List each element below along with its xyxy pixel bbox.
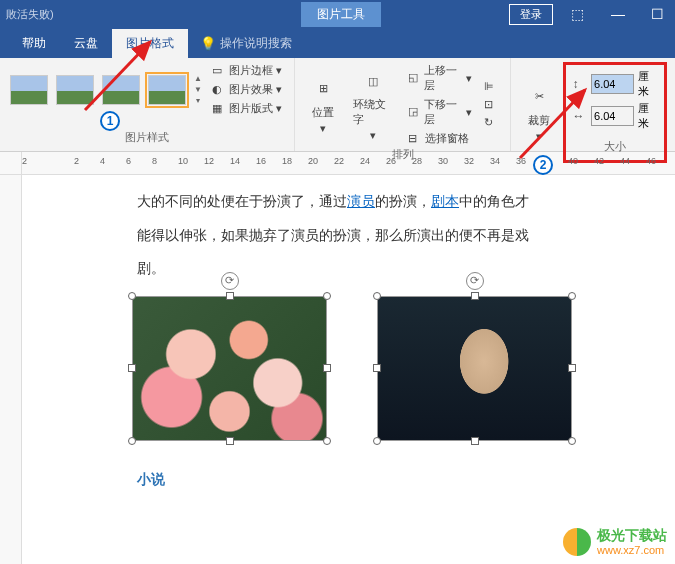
ruler-vertical[interactable] — [0, 175, 22, 564]
resize-handle[interactable] — [226, 292, 234, 300]
border-icon: ▭ — [212, 64, 226, 78]
position-button[interactable]: ⊞ 位置▾ — [303, 73, 343, 137]
resize-handle[interactable] — [568, 437, 576, 445]
rotate-icon: ↻ — [484, 116, 498, 130]
ribbon-tabs: 帮助 云盘 图片格式 💡 操作说明搜索 — [0, 28, 675, 58]
bring-forward-icon: ◱ — [408, 71, 421, 85]
picture-effects-button[interactable]: ◐图片效果▾ — [208, 81, 286, 98]
title-status: 敗活失败) — [2, 7, 54, 22]
width-input[interactable]: 6.04 — [591, 106, 634, 126]
send-backward-button[interactable]: ◲下移一层▾ — [404, 96, 476, 128]
effects-icon: ◐ — [212, 83, 226, 97]
resize-handle[interactable] — [568, 292, 576, 300]
login-button[interactable]: 登录 — [509, 4, 553, 25]
maximize-icon[interactable]: ☐ — [643, 2, 673, 26]
annotation-badge-2: 2 — [533, 155, 553, 175]
rotate-handle-icon[interactable]: ⟳ — [466, 272, 484, 290]
ruler-horizontal[interactable]: 2246810121416182022242628303234364042444… — [22, 152, 675, 174]
picture-layout-button[interactable]: ▦图片版式▾ — [208, 100, 286, 117]
tab-picture-format[interactable]: 图片格式 — [112, 29, 188, 58]
resize-handle[interactable] — [128, 364, 136, 372]
size-inputs-highlight: ↕ 6.04 厘米 ↔ 6.04 厘米 大小 — [563, 62, 667, 163]
ribbon-display-icon[interactable]: ⬚ — [563, 2, 593, 26]
width-icon: ↔ — [572, 109, 587, 123]
align-icon: ⊫ — [484, 80, 498, 94]
picture-tools-contextual-tab[interactable]: 图片工具 — [301, 2, 381, 27]
image-roses — [132, 296, 327, 441]
section-heading-novel[interactable]: 小说 — [137, 471, 655, 489]
height-input[interactable]: 6.04 — [591, 74, 634, 94]
height-icon: ↕ — [572, 77, 587, 91]
selection-pane-button[interactable]: ⊟选择窗格 — [404, 130, 476, 147]
watermark-logo-icon — [563, 528, 591, 556]
title-bar: 敗活失败) 图片工具 登录 ⬚ — ☐ — [0, 0, 675, 28]
picture-style-3[interactable] — [102, 75, 140, 105]
send-backward-icon: ◲ — [408, 105, 421, 119]
wrap-text-button[interactable]: ◫ 环绕文字▾ — [347, 65, 400, 144]
link-actor[interactable]: 演员 — [347, 193, 375, 209]
styles-gallery-more[interactable]: ▲▼▾ — [192, 74, 204, 106]
resize-handle[interactable] — [226, 437, 234, 445]
picture-style-2[interactable] — [56, 75, 94, 105]
picture-style-1[interactable] — [10, 75, 48, 105]
layout-icon: ▦ — [212, 102, 226, 116]
document-page[interactable]: 大的不同的处便在于扮演了，通过演员的扮演，剧本中的角色才 能得以伸张，如果抛弃了… — [22, 175, 675, 564]
resize-handle[interactable] — [373, 437, 381, 445]
annotation-badge-1: 1 — [100, 111, 120, 131]
selected-image-1[interactable]: ⟳ — [132, 296, 327, 441]
selection-icon: ⊟ — [408, 132, 422, 146]
wrap-icon: ◫ — [359, 67, 387, 95]
height-unit: 厘米 — [638, 69, 658, 99]
width-unit: 厘米 — [638, 101, 658, 131]
group-button[interactable]: ⊡ — [480, 97, 502, 113]
resize-handle[interactable] — [323, 292, 331, 300]
resize-handle[interactable] — [373, 364, 381, 372]
tell-me-label: 操作说明搜索 — [220, 35, 292, 52]
group-icon: ⊡ — [484, 98, 498, 112]
document-text[interactable]: 大的不同的处便在于扮演了，通过演员的扮演，剧本中的角色才 能得以伸张，如果抛弃了… — [137, 185, 655, 286]
position-icon: ⊞ — [309, 75, 337, 103]
crop-icon: ✂ — [525, 83, 553, 111]
picture-border-button[interactable]: ▭图片边框▾ — [208, 62, 286, 79]
selected-image-2[interactable]: ⟳ — [377, 296, 572, 441]
resize-handle[interactable] — [128, 292, 136, 300]
align-button[interactable]: ⊫ — [480, 79, 502, 95]
rotate-button[interactable]: ↻ — [480, 115, 502, 131]
resize-handle[interactable] — [471, 292, 479, 300]
tab-cloud[interactable]: 云盘 — [60, 29, 112, 58]
resize-handle[interactable] — [373, 292, 381, 300]
crop-button[interactable]: ✂ 裁剪▾ — [519, 81, 559, 145]
tell-me-search[interactable]: 💡 操作说明搜索 — [200, 35, 292, 52]
bring-forward-button[interactable]: ◱上移一层▾ — [404, 62, 476, 94]
image-person — [377, 296, 572, 441]
resize-handle[interactable] — [323, 364, 331, 372]
ruler-horizontal-bar: 2246810121416182022242628303234364042444… — [0, 152, 675, 175]
watermark: 极光下载站 www.xz7.com — [563, 528, 667, 556]
minimize-icon[interactable]: — — [603, 2, 633, 26]
group-label-styles: 图片样式 — [8, 130, 286, 147]
resize-handle[interactable] — [323, 437, 331, 445]
resize-handle[interactable] — [568, 364, 576, 372]
ribbon: ▲▼▾ ▭图片边框▾ ◐图片效果▾ ▦图片版式▾ 图片样式 ⊞ 位置▾ ◫ 环绕… — [0, 58, 675, 152]
tab-help[interactable]: 帮助 — [8, 29, 60, 58]
rotate-handle-icon[interactable]: ⟳ — [221, 272, 239, 290]
picture-style-4[interactable] — [148, 75, 186, 105]
watermark-name: 极光下载站 — [597, 528, 667, 543]
resize-handle[interactable] — [128, 437, 136, 445]
link-script[interactable]: 剧本 — [431, 193, 459, 209]
resize-handle[interactable] — [471, 437, 479, 445]
watermark-url: www.xz7.com — [597, 544, 667, 556]
lightbulb-icon: 💡 — [200, 36, 216, 51]
